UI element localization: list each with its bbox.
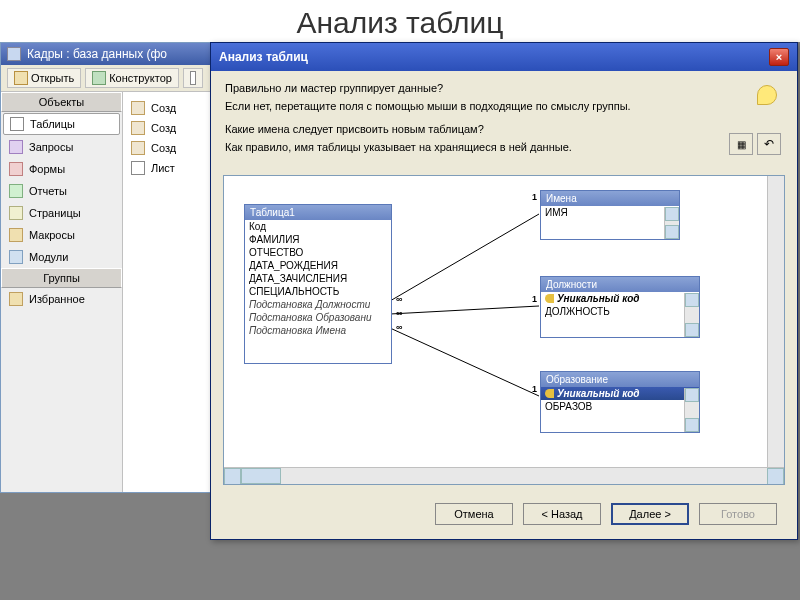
wizard-prompt-line: Если нет, перетащите поля с помощью мыши… bbox=[225, 99, 783, 114]
scroll-thumb[interactable] bbox=[241, 468, 281, 484]
sidebar-item-label: Формы bbox=[29, 163, 65, 175]
open-button[interactable]: Открыть bbox=[7, 68, 81, 88]
cardinality-one: 1 bbox=[532, 294, 537, 304]
list-item-label: Лист bbox=[151, 162, 175, 174]
scroll-up-icon[interactable] bbox=[685, 293, 699, 307]
table-header[interactable]: Должности bbox=[541, 277, 699, 292]
stage: Кадры : база данных (фо Открыть Конструк… bbox=[0, 42, 800, 600]
modules-icon bbox=[9, 250, 23, 264]
wizard-title-text: Анализ таблиц bbox=[219, 50, 308, 64]
table-box-table1[interactable]: Таблица1 Код ФАМИЛИЯ ОТЧЕСТВО ДАТА_РОЖДЕ… bbox=[244, 204, 392, 364]
table-box-obrazovanie[interactable]: Образование Уникальный код ОБРАЗОВ bbox=[540, 371, 700, 433]
db-window-title: Кадры : база данных (фо bbox=[27, 47, 167, 61]
wizard-prompt-line: Как правило, имя таблицы указывает на хр… bbox=[225, 140, 783, 155]
table-scrollbar[interactable] bbox=[684, 293, 699, 337]
sidebar-item-modules[interactable]: Модули bbox=[1, 246, 122, 268]
favorites-icon bbox=[9, 292, 23, 306]
sidebar-item-tables[interactable]: Таблицы bbox=[3, 113, 120, 135]
forms-icon bbox=[9, 162, 23, 176]
cardinality-one: 1 bbox=[532, 192, 537, 202]
field-row[interactable]: ОБРАЗОВ bbox=[541, 400, 699, 413]
scroll-down-icon[interactable] bbox=[665, 225, 679, 239]
objects-sidebar: Объекты Таблицы Запросы Формы Отчеты Стр… bbox=[1, 92, 123, 492]
svg-line-0 bbox=[390, 214, 539, 301]
wizard-titlebar: Анализ таблиц × bbox=[211, 43, 797, 71]
key-icon bbox=[545, 294, 554, 303]
sidebar-header-objects[interactable]: Объекты bbox=[1, 92, 122, 112]
new-icon bbox=[190, 71, 196, 85]
sidebar-item-favorites[interactable]: Избранное bbox=[1, 288, 122, 310]
sidebar-item-label: Отчеты bbox=[29, 185, 67, 197]
table-header[interactable]: Имена bbox=[541, 191, 679, 206]
wizard-prompt-line: Правильно ли мастер группирует данные? bbox=[225, 81, 783, 96]
queries-icon bbox=[9, 140, 23, 154]
scroll-down-icon[interactable] bbox=[685, 418, 699, 432]
sidebar-item-reports[interactable]: Отчеты bbox=[1, 180, 122, 202]
open-label: Открыть bbox=[31, 72, 74, 84]
table-scrollbar[interactable] bbox=[684, 388, 699, 432]
scroll-up-icon[interactable] bbox=[665, 207, 679, 221]
table-header[interactable]: Таблица1 bbox=[245, 205, 391, 220]
design-icon bbox=[92, 71, 106, 85]
table-icon bbox=[131, 161, 145, 175]
table-box-dolzhnosti[interactable]: Должности Уникальный код ДОЛЖНОСТЬ bbox=[540, 276, 700, 338]
sidebar-header-groups[interactable]: Группы bbox=[1, 268, 122, 288]
relationship-canvas[interactable]: ∞ ∞ ∞ 1 1 1 Таблица1 Код ФАМИЛИЯ ОТЧЕСТВ… bbox=[223, 175, 785, 485]
back-button[interactable]: < Назад bbox=[523, 503, 601, 525]
wizard-icon bbox=[131, 141, 145, 155]
sidebar-item-label: Запросы bbox=[29, 141, 73, 153]
new-button[interactable] bbox=[183, 68, 203, 88]
field-row-lookup[interactable]: Подстановка Образовани bbox=[245, 311, 391, 324]
svg-line-1 bbox=[390, 306, 539, 314]
table-analyzer-wizard: Анализ таблиц × Правильно ли мастер груп… bbox=[210, 42, 798, 540]
wizard-prompt-line: Какие имена следует присвоить новым табл… bbox=[225, 122, 783, 137]
undo-icon: ↶ bbox=[764, 137, 774, 151]
cancel-button[interactable]: Отмена bbox=[435, 503, 513, 525]
canvas-scrollbar-v[interactable] bbox=[767, 176, 784, 467]
rename-table-button[interactable]: ▦ bbox=[729, 133, 753, 155]
open-icon bbox=[14, 71, 28, 85]
sidebar-item-label: Макросы bbox=[29, 229, 75, 241]
list-item-label: Созд bbox=[151, 122, 176, 134]
wizard-icon bbox=[131, 121, 145, 135]
sidebar-item-queries[interactable]: Запросы bbox=[1, 136, 122, 158]
design-button[interactable]: Конструктор bbox=[85, 68, 179, 88]
field-row-lookup[interactable]: Подстановка Имена bbox=[245, 324, 391, 337]
sidebar-item-label: Страницы bbox=[29, 207, 81, 219]
reports-icon bbox=[9, 184, 23, 198]
field-row[interactable]: ОТЧЕСТВО bbox=[245, 246, 391, 259]
field-row-key-selected[interactable]: Уникальный код bbox=[541, 387, 699, 400]
field-row-lookup[interactable]: Подстановка Должности bbox=[245, 298, 391, 311]
scroll-left-icon[interactable] bbox=[224, 468, 241, 485]
sidebar-item-forms[interactable]: Формы bbox=[1, 158, 122, 180]
sidebar-item-pages[interactable]: Страницы bbox=[1, 202, 122, 224]
field-row[interactable]: ДОЛЖНОСТЬ bbox=[541, 305, 699, 318]
table-box-imena[interactable]: Имена ИМЯ bbox=[540, 190, 680, 240]
field-row[interactable]: ДАТА_РОЖДЕНИЯ bbox=[245, 259, 391, 272]
field-row[interactable]: ИМЯ bbox=[541, 206, 679, 219]
scroll-up-icon[interactable] bbox=[685, 388, 699, 402]
rename-icon: ▦ bbox=[737, 139, 746, 150]
key-label: Уникальный код bbox=[557, 293, 640, 304]
field-row[interactable]: ФАМИЛИЯ bbox=[245, 233, 391, 246]
page-heading: Анализ таблиц bbox=[0, 0, 800, 42]
wizard-prompt-area: Правильно ли мастер группирует данные? Е… bbox=[211, 71, 797, 167]
table-scrollbar[interactable] bbox=[664, 207, 679, 239]
cardinality-many: ∞ bbox=[396, 294, 402, 304]
field-row[interactable]: ДАТА_ЗАЧИСЛЕНИЯ bbox=[245, 272, 391, 285]
scroll-right-icon[interactable] bbox=[767, 468, 784, 485]
table-header[interactable]: Образование bbox=[541, 372, 699, 387]
finish-button: Готово bbox=[699, 503, 777, 525]
undo-button[interactable]: ↶ bbox=[757, 133, 781, 155]
field-row[interactable]: Код bbox=[245, 220, 391, 233]
field-row[interactable]: СПЕЦИАЛЬНОСТЬ bbox=[245, 285, 391, 298]
scroll-down-icon[interactable] bbox=[685, 323, 699, 337]
field-row-key[interactable]: Уникальный код bbox=[541, 292, 699, 305]
next-button[interactable]: Далее > bbox=[611, 503, 689, 525]
cardinality-many: ∞ bbox=[396, 322, 402, 332]
key-label: Уникальный код bbox=[557, 388, 640, 399]
canvas-scrollbar-h[interactable] bbox=[224, 467, 784, 484]
close-icon[interactable]: × bbox=[769, 48, 789, 66]
hint-icon[interactable] bbox=[757, 85, 777, 105]
sidebar-item-macros[interactable]: Макросы bbox=[1, 224, 122, 246]
